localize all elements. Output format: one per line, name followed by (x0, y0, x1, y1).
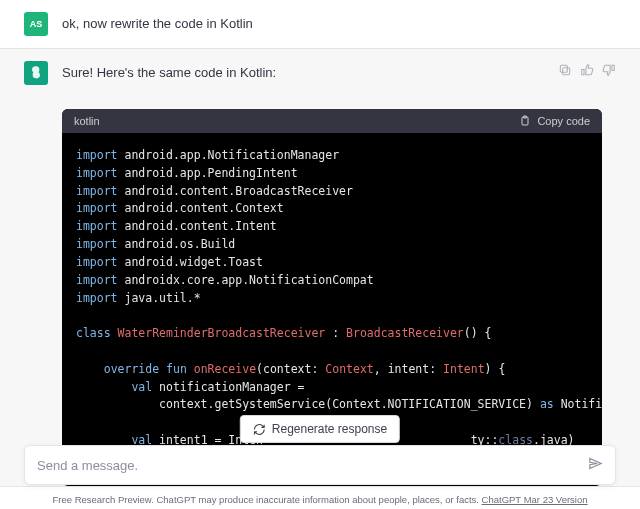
svg-rect-0 (563, 68, 570, 75)
regenerate-label: Regenerate response (272, 422, 387, 436)
message-input[interactable] (37, 458, 588, 473)
copy-message-icon[interactable] (558, 63, 572, 81)
thumbs-up-icon[interactable] (580, 63, 594, 81)
code-header: kotlin Copy code (62, 109, 602, 133)
message-input-bar (24, 445, 616, 485)
copy-code-label: Copy code (537, 115, 590, 127)
user-message-row: AS ok, now rewrite the code in Kotlin (0, 0, 640, 48)
assistant-avatar (24, 61, 48, 85)
code-language-label: kotlin (74, 115, 100, 127)
assistant-message-text: Sure! Here's the same code in Kotlin: (62, 61, 544, 84)
svg-rect-1 (560, 65, 567, 72)
message-actions (558, 61, 616, 81)
copy-code-button[interactable]: Copy code (519, 115, 590, 127)
footer-disclaimer: Free Research Preview. ChatGPT may produ… (52, 494, 481, 505)
footer-version-link[interactable]: ChatGPT Mar 23 Version (482, 494, 588, 505)
send-button[interactable] (588, 456, 603, 475)
thumbs-down-icon[interactable] (602, 63, 616, 81)
refresh-icon (253, 423, 266, 436)
user-message-text: ok, now rewrite the code in Kotlin (62, 12, 616, 36)
regenerate-button[interactable]: Regenerate response (240, 415, 400, 443)
footer-text: Free Research Preview. ChatGPT may produ… (0, 494, 640, 505)
send-icon (588, 456, 603, 471)
clipboard-icon (519, 115, 531, 127)
user-avatar: AS (24, 12, 48, 36)
